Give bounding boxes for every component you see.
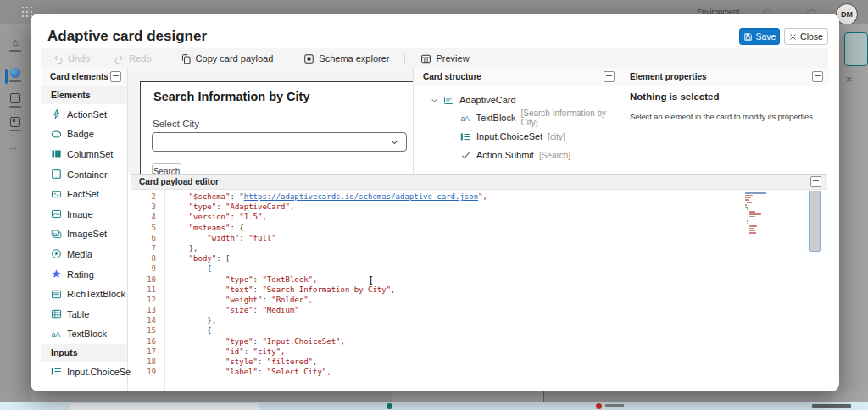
copy-card-payload-button[interactable]: Copy card payload [181, 53, 274, 64]
element-item-rating[interactable]: Rating [41, 264, 127, 285]
collapse-icon[interactable] [110, 71, 121, 82]
tree-node-adaptivecard[interactable]: AdaptiveCard [414, 91, 620, 108]
code-line[interactable]: }, [170, 315, 487, 325]
rail-tools-icon[interactable] [0, 117, 31, 131]
preview-button[interactable]: Preview [420, 53, 469, 64]
code-line[interactable]: "weight": "Bolder", [170, 295, 487, 305]
taskbar-app-icon-teal[interactable] [387, 403, 392, 409]
element-item-factset[interactable]: FactSet [41, 184, 127, 204]
code-line[interactable]: "label": "Select City", [170, 367, 487, 377]
app-left-rail: ⌂ ··· [0, 24, 31, 410]
container-icon [51, 169, 62, 180]
element-item-table[interactable]: Table [41, 304, 127, 324]
rail-flows-icon[interactable] [0, 93, 31, 108]
nothing-selected-hint: Select an element in the card to modify … [630, 112, 815, 121]
element-item-textblock[interactable]: aATextBlock [41, 324, 127, 345]
code-line[interactable]: "version": "1.5", [170, 212, 487, 222]
collapse-icon[interactable] [810, 176, 821, 187]
code-line[interactable]: "type": "TextBlock", [170, 274, 487, 285]
element-item-label: Media [67, 249, 92, 259]
undo-icon [53, 53, 64, 64]
collapse-icon[interactable] [812, 71, 823, 82]
undo-button[interactable]: Undo [53, 53, 90, 64]
tree-node-input-choiceset[interactable]: Input.ChoiceSet[city] [414, 127, 620, 146]
undo-label: Undo [68, 53, 90, 64]
code-line[interactable]: "body": [ [170, 253, 487, 263]
textblock-icon: aA [51, 329, 62, 340]
minimap[interactable] [743, 192, 769, 235]
save-button[interactable]: Save [739, 28, 780, 45]
element-item-image[interactable]: Image [41, 204, 127, 224]
code-editor[interactable]: 2345678910111213141516171819 "$schema": … [131, 190, 827, 391]
code-line[interactable]: "size": "Medium" [170, 305, 487, 315]
element-item-columnset[interactable]: ColumnSet [41, 144, 127, 164]
star-icon [51, 269, 62, 280]
element-item-label: Container [67, 169, 108, 180]
schema-explorer-label: Schema explorer [319, 53, 389, 64]
collapse-icon[interactable] [604, 71, 615, 82]
tree-node-label: Action.Submit [476, 150, 534, 160]
card-elements-panel: Card elements ElementsActionSetBadgeColu… [41, 68, 128, 391]
chevron-down-icon[interactable] [431, 97, 438, 104]
code-line[interactable]: }, [170, 243, 487, 253]
image-icon [51, 208, 62, 219]
card-payload-editor-header: Card payload editor [139, 177, 219, 186]
element-properties-header: Element properties [630, 72, 707, 81]
element-properties-panel: Element properties Nothing is selected S… [620, 68, 829, 174]
rail-home-icon[interactable]: ⌂ [0, 37, 31, 52]
close-panel-icon[interactable]: × [846, 73, 853, 86]
element-item-label: Rating [67, 269, 94, 280]
code-line[interactable]: "type": "AdaptiveCard", [170, 202, 487, 212]
element-item-label: ColumnSet [67, 149, 113, 159]
code-line[interactable]: "style": "filtered", [170, 357, 487, 367]
element-item-label: RichTextBlock [67, 289, 125, 299]
schema-explorer-icon [303, 53, 314, 64]
chevron-down-icon [390, 137, 399, 147]
choiceset-icon [51, 366, 62, 377]
app-right-panel-edge: × [839, 24, 868, 391]
close-button[interactable]: Close [784, 28, 828, 45]
nothing-selected-title: Nothing is selected [630, 91, 719, 102]
editor-scrollbar[interactable] [809, 191, 821, 252]
element-item-container[interactable]: Container [41, 164, 127, 185]
section-header-inputs: Inputs [41, 344, 127, 362]
code-line[interactable]: "width": "full" [170, 233, 487, 243]
taskbar-text-smudge [605, 404, 624, 407]
tree-node-textblock[interactable]: aATextBlock[Search Information by City] [414, 108, 620, 127]
structure-tree-children: aATextBlock[Search Information by City]I… [414, 108, 620, 164]
redo-button[interactable]: Redo [114, 53, 151, 64]
code-line[interactable]: "text": "Search Information by City", [170, 285, 487, 295]
element-item-badge[interactable]: Badge [41, 125, 127, 145]
code-line[interactable]: { [170, 325, 487, 335]
card-elements-header: Card elements [50, 72, 108, 81]
rail-more-icon[interactable]: ··· [0, 144, 31, 153]
structure-tree: AdaptiveCard aATextBlock[Search Informat… [414, 86, 620, 164]
close-button-label: Close [800, 31, 823, 42]
element-item-label: ImageSet [67, 229, 107, 239]
search-button-label: Search [153, 167, 181, 174]
element-item-input-choiceset[interactable]: Input.ChoiceSet [41, 362, 127, 382]
taskbar-search-fragment[interactable] [70, 402, 259, 410]
text-cursor: I [369, 274, 373, 287]
rail-agents-icon[interactable] [0, 68, 31, 82]
richtext-icon [51, 289, 62, 300]
code-line[interactable]: "msteams": { [170, 223, 487, 233]
code-lines[interactable]: "$schema": "https://adaptivecards.io/sch… [170, 191, 487, 377]
code-line[interactable]: "type": "Input.ChoiceSet", [170, 336, 487, 346]
media-icon [51, 248, 62, 259]
search-button-fragment[interactable]: Search [152, 163, 181, 174]
code-line[interactable]: { [170, 263, 487, 274]
schema-explorer-button[interactable]: Schema explorer [303, 53, 389, 64]
element-item-imageset[interactable]: ImageSet [41, 224, 127, 245]
tree-node-label: AdaptiveCard [459, 95, 516, 105]
element-item-media[interactable]: Media [41, 244, 127, 264]
city-select[interactable] [152, 132, 407, 152]
element-item-label: Image [67, 209, 93, 219]
card-structure-header: Card structure [423, 72, 481, 81]
element-item-richtextblock[interactable]: RichTextBlock [41, 284, 127, 304]
code-line[interactable]: "$schema": "https://adaptivecards.io/sch… [170, 191, 487, 202]
tree-node-action-submit[interactable]: Action.Submit[Search] [414, 146, 620, 164]
code-line[interactable]: "id": "city", [170, 346, 487, 357]
taskbar-app-icon-red[interactable] [596, 403, 602, 409]
element-item-actionset[interactable]: ActionSet [41, 104, 127, 125]
